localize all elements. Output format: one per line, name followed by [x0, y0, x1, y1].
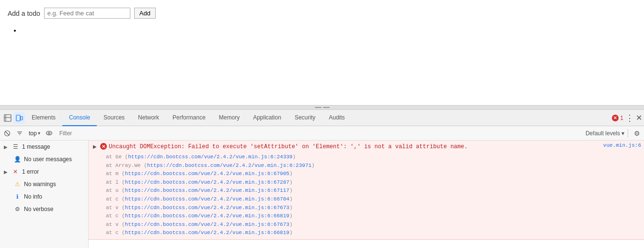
console-main: ▶ ✕ Uncaught DOMException: Failed to exe… [89, 141, 644, 248]
devtools-tabs: Elements Console Sources Network Perform… [25, 110, 612, 126]
stack-trace-link[interactable]: https://cdn.bootcss.com/vue/2.4.2/vue.mi… [125, 222, 289, 227]
sidebar-item-errors[interactable]: ▶ ✕ 1 error [0, 165, 88, 178]
info-label: No info [24, 193, 42, 200]
stack-trace-line: at Ge (https://cdn.bootcss.com/vue/2.4.2… [106, 153, 641, 162]
stack-trace-link[interactable]: https://cdn.bootcss.com/vue/2.4.2/vue.mi… [125, 188, 289, 193]
devtools-topbar-right: ✕ 1 ⋮ ✕ [612, 113, 642, 123]
eye-icon[interactable] [44, 128, 55, 139]
error-source-link[interactable]: vue.min.js:6 [603, 142, 641, 148]
todo-item [21, 26, 636, 34]
tab-performance[interactable]: Performance [166, 110, 212, 126]
person-icon: 👤 [13, 155, 21, 163]
messages-label: 1 message [22, 143, 50, 150]
add-todo-row: Add a todo Add [8, 8, 636, 19]
tab-memory[interactable]: Memory [212, 110, 246, 126]
error-circle-icon: ✕ [100, 143, 107, 150]
stack-trace-link[interactable]: https://cdn.bootcss.com/vue/2.4.2/vue.mi… [125, 213, 289, 219]
stack-trace-link[interactable]: https://cdn.bootcss.com/vue/2.4.2/vue.mi… [147, 163, 311, 168]
stack-trace-line: at c (https://cdn.bootcss.com/vue/2.4.2/… [106, 212, 641, 221]
errors-label: 1 error [22, 168, 39, 175]
stack-trace-line: at c (https://cdn.bootcss.com/vue/2.4.2/… [106, 195, 641, 204]
default-levels-arrow-icon: ▾ [621, 130, 624, 137]
more-options-button[interactable]: ⋮ [625, 113, 634, 123]
filter-input[interactable] [57, 129, 584, 138]
error-count: 1 [620, 115, 623, 121]
stack-trace-line: at l (https://cdn.bootcss.com/vue/2.4.2/… [106, 178, 641, 187]
stack-trace-link[interactable]: https://cdn.bootcss.com/vue/2.4.2/vue.mi… [125, 230, 289, 236]
inspect-element-button[interactable] [2, 112, 13, 124]
stack-trace-line: at u (https://cdn.bootcss.com/vue/2.4.2/… [106, 187, 641, 195]
add-todo-button[interactable]: Add [134, 8, 156, 19]
console-error-header: ▶ ✕ Uncaught DOMException: Failed to exe… [89, 141, 644, 153]
default-levels-label: Default levels [586, 130, 620, 137]
add-todo-input[interactable] [44, 8, 130, 19]
stack-trace-link[interactable]: https://cdn.bootcss.com/vue/2.4.2/vue.mi… [125, 205, 289, 211]
expand-arrow-icon: ▶ [4, 169, 8, 175]
user-messages-label: No user messages [24, 156, 72, 163]
toolbar-separator [628, 129, 628, 138]
verbose-label: No verbose [24, 206, 53, 213]
expand-arrow-icon: ▶ [4, 144, 8, 150]
error-stack-trace: at Ge (https://cdn.bootcss.com/vue/2.4.2… [89, 153, 644, 239]
tab-console[interactable]: Console [62, 110, 97, 126]
tab-sources[interactable]: Sources [97, 110, 131, 126]
error-message-text: Uncaught DOMException: Failed to execute… [109, 142, 601, 151]
sidebar-item-user-messages[interactable]: 👤 No user messages [0, 153, 88, 165]
svg-line-6 [5, 131, 9, 135]
console-error-entry: ▶ ✕ Uncaught DOMException: Failed to exe… [89, 141, 644, 240]
filter-toggle-button[interactable] [14, 128, 25, 139]
tab-network[interactable]: Network [131, 110, 166, 126]
stack-trace-line: at v (https://cdn.bootcss.com/vue/2.4.2/… [106, 204, 641, 213]
context-value: top [29, 130, 37, 137]
list-icon: ☰ [12, 143, 19, 151]
tab-security[interactable]: Security [288, 110, 322, 126]
device-toolbar-button[interactable] [13, 112, 25, 124]
divider-handle[interactable] [0, 106, 644, 109]
devtools-topbar: Elements Console Sources Network Perform… [0, 110, 644, 126]
stack-trace-link[interactable]: https://cdn.bootcss.com/vue/2.4.2/vue.mi… [128, 154, 292, 160]
sidebar-item-verbose[interactable]: ⚙ No verbose [0, 203, 88, 215]
console-toolbar: top ▾ Default levels ▾ ⚙ [0, 126, 644, 141]
add-todo-label: Add a todo [8, 10, 40, 17]
tab-audits[interactable]: Audits [322, 110, 351, 126]
clear-console-button[interactable] [2, 128, 12, 139]
stack-trace-link[interactable]: https://cdn.bootcss.com/vue/2.4.2/vue.mi… [125, 179, 289, 185]
warning-icon: ⚠ [13, 180, 21, 188]
info-icon: ℹ [13, 193, 21, 201]
close-devtools-button[interactable]: ✕ [636, 113, 642, 122]
stack-trace-link[interactable]: https://cdn.bootcss.com/vue/2.4.2/vue.mi… [125, 196, 289, 202]
sidebar-item-info[interactable]: ℹ No info [0, 190, 88, 203]
verbose-gear-icon: ⚙ [13, 205, 21, 213]
svg-rect-3 [16, 115, 20, 121]
stack-trace-line: at m (https://cdn.bootcss.com/vue/2.4.2/… [106, 170, 641, 178]
stack-trace-line: at v (https://cdn.bootcss.com/vue/2.4.2/… [106, 221, 641, 229]
svg-rect-0 [4, 115, 11, 121]
settings-gear-button[interactable]: ⚙ [632, 128, 642, 139]
console-body: ▶ ☰ 1 message 👤 No user messages ▶ ✕ 1 e… [0, 141, 644, 248]
context-arrow-icon: ▾ [38, 130, 40, 136]
error-badge: ✕ 1 [612, 115, 623, 121]
sidebar-item-messages[interactable]: ▶ ☰ 1 message [0, 141, 88, 153]
error-badge-dot: ✕ [612, 115, 619, 121]
svg-rect-4 [21, 117, 23, 120]
sidebar-item-warnings[interactable]: ⚠ No warnings [0, 178, 88, 190]
tab-application[interactable]: Application [246, 110, 288, 126]
svg-point-10 [46, 131, 52, 135]
default-levels-button[interactable]: Default levels ▾ [586, 130, 624, 137]
error-icon: ✕ [12, 168, 19, 176]
tab-elements[interactable]: Elements [25, 110, 62, 126]
error-expand-button[interactable]: ▶ [92, 143, 98, 150]
devtools-panel: Elements Console Sources Network Perform… [0, 109, 644, 248]
svg-point-11 [48, 132, 50, 134]
todo-list [8, 26, 636, 34]
console-sidebar: ▶ ☰ 1 message 👤 No user messages ▶ ✕ 1 e… [0, 141, 89, 248]
stack-trace-link[interactable]: https://cdn.bootcss.com/vue/2.4.2/vue.mi… [125, 171, 289, 177]
stack-trace-line: at c (https://cdn.bootcss.com/vue/2.4.2/… [106, 229, 641, 237]
context-selector[interactable]: top ▾ [27, 129, 42, 138]
app-area: Add a todo Add [0, 0, 644, 106]
warnings-label: No warnings [24, 181, 56, 188]
divider-dots [315, 107, 330, 108]
stack-trace-line: at Array.We (https://cdn.bootcss.com/vue… [106, 162, 641, 170]
